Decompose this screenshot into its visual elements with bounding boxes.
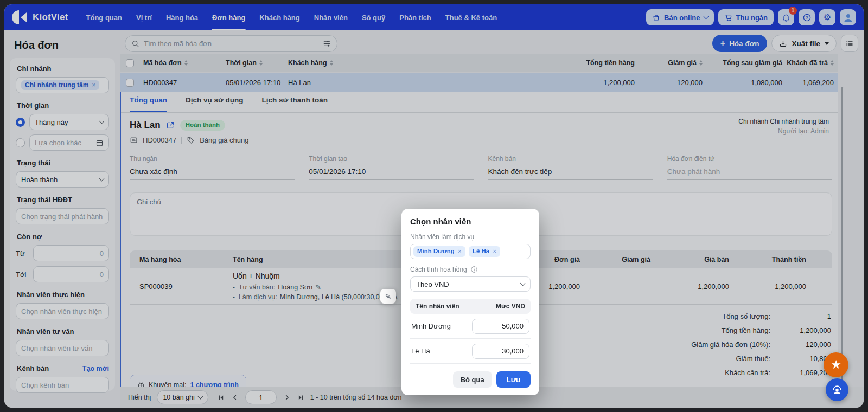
info-icon[interactable]: [470, 266, 478, 273]
rating-fab-button[interactable]: ★: [824, 352, 848, 377]
staff-select-label: Nhân viên làm dịch vụ: [410, 233, 531, 241]
support-fab-button[interactable]: [826, 378, 848, 401]
staff-name: Lê Hà: [411, 347, 430, 355]
support-agent-icon: [831, 384, 843, 396]
commission-amount-input[interactable]: 50,000: [472, 319, 529, 334]
commission-label-row: Cách tính hoa hồng: [410, 266, 531, 273]
col-muc-vnd: Mức VND: [496, 302, 525, 310]
staff-multiselect-input[interactable]: Minh Dương × Lê Hà ×: [410, 244, 531, 259]
staff-chip: Lê Hà ×: [469, 246, 500, 257]
cancel-button[interactable]: Bỏ qua: [453, 371, 492, 388]
commission-table-header: Tên nhân viên Mức VND: [410, 299, 531, 314]
commission-label: Cách tính hoa hồng: [410, 266, 467, 273]
commission-amount-input[interactable]: 30,000: [472, 344, 529, 359]
star-icon: ★: [831, 359, 841, 371]
commission-row: Lê Hà 30,000: [410, 339, 531, 364]
chevron-down-icon: [520, 280, 526, 286]
save-button[interactable]: Lưu: [496, 371, 531, 388]
staff-chip-label: Lê Hà: [473, 248, 489, 255]
active-edit-pencil-icon[interactable]: ✎: [380, 289, 396, 304]
col-ten-nhan-vien: Tên nhân viên: [416, 302, 459, 310]
staff-chip: Minh Dương ×: [413, 246, 465, 257]
select-staff-modal: Chọn nhân viên Nhân viên làm dịch vụ Min…: [401, 209, 539, 395]
commission-row: Minh Dương 50,000: [410, 314, 531, 339]
staff-chip-remove-icon[interactable]: ×: [458, 248, 462, 255]
commission-type-select[interactable]: Theo VND: [410, 276, 531, 292]
staff-chip-remove-icon[interactable]: ×: [493, 248, 496, 255]
modal-title: Chọn nhân viên: [410, 217, 531, 226]
staff-chip-label: Minh Dương: [417, 248, 455, 255]
staff-name: Minh Dương: [411, 322, 451, 330]
